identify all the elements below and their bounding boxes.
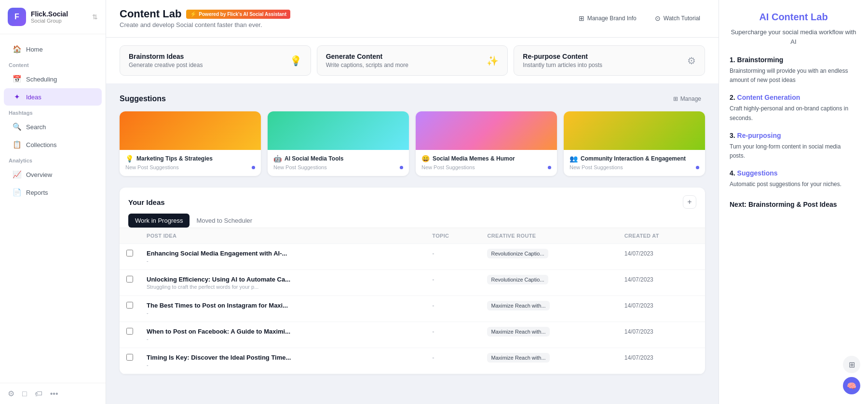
row-post-idea-title: When to Post on Facebook: A Guide to Max… [147,328,419,335]
ideas-icon: ✦ [13,93,21,101]
tool-card-generate[interactable]: Generate Content Write captions, scripts… [317,45,508,76]
row-created-at: 14/07/2023 [618,244,705,270]
panel-section-title-1: 1. Brainstorming [730,56,857,64]
row-checkbox[interactable] [126,250,133,256]
sidebar-item-search[interactable]: 🔍 Search [4,118,102,135]
panel-fab-grid-icon[interactable]: ⊞ [843,356,860,373]
card-body-marketing: 💡 Marketing Tips & Strategies New Post S… [120,150,261,176]
panel-section-desc-1: Brainstorming will provide you with an e… [730,67,857,85]
card-banner-memes [416,111,557,150]
sidebar-item-ideas[interactable]: ✦ Ideas [4,88,102,106]
manage-icon: ⊞ [673,95,678,102]
tab-work-in-progress[interactable]: Work in Progress [128,214,190,228]
page-subtitle: Create and develop Social content faster… [120,21,290,28]
recycle-icon: ⚙ [687,55,696,67]
row-post-idea: When to Post on Facebook: A Guide to Max… [140,322,425,348]
square-icon[interactable]: □ [22,390,27,398]
panel-section-title-2: 2. Content Generation [730,94,857,101]
row-post-idea-desc: - [147,258,419,264]
creative-route-badge: Maximize Reach with... [487,353,549,363]
card-banner-marketing [120,111,261,150]
sidebar-item-label: Collections [26,141,57,148]
tool-card-brainstorm[interactable]: Brainstorm Ideas Generate creative post … [120,45,311,76]
row-checkbox-cell[interactable] [120,296,140,322]
suggestion-card-community[interactable]: 👥 Community Interaction & Engagement New… [564,111,705,176]
collections-icon: 📋 [13,140,21,149]
calendar-icon: 📅 [13,75,21,83]
row-topic-value: - [432,250,434,257]
tool-card-repurpose-desc: Instantly turn articles into posts [523,62,602,68]
logo-avatar: F [8,8,26,26]
panel-title: AI Content Lab [730,12,857,23]
lightning-icon: ⚡ [190,11,197,17]
tool-card-repurpose[interactable]: Re-purpose Content Instantly turn articl… [514,45,705,76]
row-post-idea: Enhancing Social Media Engagement with A… [140,244,425,270]
tool-card-repurpose-title: Re-purpose Content [523,53,602,60]
row-created-at: 14/07/2023 [618,296,705,322]
content-area: Suggestions ⊞ Manage 💡 Marketing Tips & … [106,83,719,404]
sidebar-item-label: Overview [26,171,52,178]
sidebar-item-reports[interactable]: 📄 Reports [4,184,102,201]
logo-text: Flick.Social Social Group [31,10,68,24]
row-creative-route: Maximize Reach with... [480,296,617,322]
more-icon[interactable]: ••• [50,390,58,398]
table-row[interactable]: Enhancing Social Media Engagement with A… [120,244,705,270]
card-sub-community: New Post Suggestions [570,164,699,170]
suggestion-card-memes[interactable]: 😄 Social Media Memes & Humor New Post Su… [416,111,557,176]
panel-section-title-3: 3. Re-purposing [730,132,857,139]
panel-fab-area: ⊞ 🧠 [843,356,860,394]
panel-section-content-gen: 2. Content Generation Craft highly-perso… [730,94,857,122]
ideas-table: Post Idea Topic Creative Route Created A… [120,228,705,374]
row-checkbox-cell[interactable] [120,244,140,270]
tab-moved-to-scheduler[interactable]: Moved to Scheduler [190,214,259,228]
suggestion-cards-grid: 💡 Marketing Tips & Strategies New Post S… [120,111,705,176]
row-checkbox[interactable] [126,328,133,335]
panel-fab-brain-icon[interactable]: 🧠 [843,377,860,394]
new-indicator-dot [400,166,403,169]
suggestion-card-ai-tools[interactable]: 🤖 AI Social Media Tools New Post Suggest… [268,111,409,176]
card-body-ai-tools: 🤖 AI Social Media Tools New Post Suggest… [268,150,409,176]
sidebar-item-home[interactable]: 🏠 Home [4,40,102,58]
row-topic-value: - [432,328,434,335]
suggestion-card-marketing[interactable]: 💡 Marketing Tips & Strategies New Post S… [120,111,261,176]
sidebar-logo[interactable]: F Flick.Social Social Group ⇅ [0,0,106,34]
sidebar-item-label: Home [26,46,43,53]
add-idea-button[interactable]: + [683,195,696,209]
th-created-at: Created At [618,228,705,244]
row-checkbox-cell[interactable] [120,348,140,374]
watch-tutorial-button[interactable]: ⊙ Watch Tutorial [650,12,705,25]
sidebar-item-overview[interactable]: 📈 Overview [4,166,102,183]
row-date: 14/07/2023 [624,302,653,309]
row-checkbox-cell[interactable] [120,270,140,296]
tag-icon[interactable]: 🏷 [35,390,42,398]
card-body-community: 👥 Community Interaction & Engagement New… [564,150,705,176]
row-checkbox[interactable] [126,354,133,361]
row-post-idea-desc: - [147,336,419,342]
your-ideas-section: Your Ideas + Work in Progress Moved to S… [120,188,705,374]
manage-brand-button[interactable]: ⊞ Manage Brand Info [574,12,641,25]
creative-route-badge: Maximize Reach with... [487,301,549,310]
row-post-idea-title: Timing Is Key: Discover the Ideal Postin… [147,354,419,361]
card-sub-marketing: New Post Suggestions [125,164,255,170]
sidebar-item-collections[interactable]: 📋 Collections [4,136,102,153]
panel-section-desc-2: Craft highly-personal and on-brand capti… [730,104,857,122]
sidebar-item-scheduling[interactable]: 📅 Scheduling [4,70,102,88]
main-content: Content Lab ⚡ Powered by Flick's AI Soci… [106,0,719,404]
row-checkbox[interactable] [126,276,133,283]
row-checkbox[interactable] [126,302,133,309]
table-row[interactable]: Unlocking Efficiency: Using AI to Automa… [120,270,705,296]
row-creative-route: Maximize Reach with... [480,322,617,348]
creative-route-badge: Revolutionize Captio... [487,275,548,284]
manage-suggestions-button[interactable]: ⊞ Manage [669,93,705,105]
table-row[interactable]: The Best Times to Post on Instagram for … [120,296,705,322]
expand-collapse-icon[interactable]: ⇅ [92,13,98,21]
card-category-memes: 😄 Social Media Memes & Humor [421,155,551,162]
overview-icon: 📈 [13,170,21,179]
table-row[interactable]: Timing Is Key: Discover the Ideal Postin… [120,348,705,374]
row-post-idea-title: Enhancing Social Media Engagement with A… [147,250,419,257]
table-row[interactable]: When to Post on Facebook: A Guide to Max… [120,322,705,348]
sidebar-item-label: Scheduling [26,76,57,83]
home-icon: 🏠 [13,45,21,54]
row-checkbox-cell[interactable] [120,322,140,348]
settings-icon[interactable]: ⚙ [8,389,14,398]
